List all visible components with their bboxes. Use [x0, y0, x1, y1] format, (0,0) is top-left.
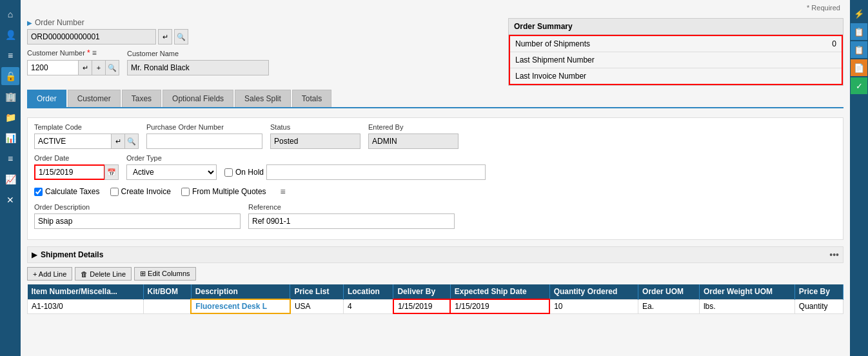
form-section-top: ▶ Order Number ↵ 🔍 Customer Number * ≡ ↵… [27, 18, 500, 81]
customer-number-add-btn[interactable]: + [92, 60, 106, 75]
right-icon-check[interactable]: ✓ [851, 77, 867, 94]
create-invoice-item: Create Invoice [110, 187, 171, 196]
shipment-section: ▶ Shipment Details ••• + Add Line 🗑 Dele… [27, 246, 843, 314]
sidebar-lock-icon[interactable]: 🔒 [1, 67, 19, 85]
template-code-input-group: ↵ 🔍 [34, 134, 139, 149]
po-number-block: Purchase Order Number [146, 123, 262, 149]
shipment-more-icon[interactable]: ••• [829, 250, 839, 260]
order-type-block: Order Type Active Quote Standing [126, 154, 217, 180]
sidebar-menu-icon[interactable]: ≡ [1, 150, 19, 168]
template-code-input[interactable] [34, 134, 112, 149]
sidebar-chart-icon[interactable]: 📊 [1, 129, 19, 147]
tab-sales-split[interactable]: Sales Split [235, 90, 291, 107]
sidebar-graph-icon[interactable]: 📈 [1, 170, 19, 188]
summary-value-shipments: 0 [832, 39, 836, 48]
order-desc-input[interactable] [34, 213, 241, 229]
customer-number-search-btn[interactable]: 🔍 [105, 60, 119, 75]
order-number-enter-btn[interactable]: ↵ [158, 29, 172, 44]
th-price-list: Price List [290, 284, 344, 299]
order-type-select[interactable]: Active Quote Standing [126, 164, 217, 180]
top-section: ▶ Order Number ↵ 🔍 Customer Number * ≡ ↵… [27, 18, 843, 86]
sidebar-building-icon[interactable]: 🏢 [1, 88, 19, 106]
sidebar-list-icon[interactable]: ≡ [1, 46, 19, 64]
shipment-header-left: ▶ Shipment Details [32, 250, 103, 259]
template-code-search-btn[interactable]: 🔍 [124, 134, 139, 149]
shipment-collapse-icon: ▶ [32, 251, 37, 259]
customer-name-block: Customer Name [127, 50, 269, 75]
status-label: Status [270, 123, 360, 131]
from-multiple-quotes-label: From Multiple Quotes [192, 187, 266, 196]
order-date-input-group: 📅 [34, 164, 119, 180]
sidebar-user-icon[interactable]: 👤 [1, 26, 19, 44]
customer-number-input-group: ↵ + 🔍 [27, 60, 119, 75]
add-line-btn[interactable]: + Add Line [27, 267, 72, 281]
cell-deliver-by[interactable]: 1/15/2019 [393, 299, 450, 313]
customer-number-block: Customer Number * ≡ ↵ + 🔍 [27, 48, 119, 75]
description-link[interactable]: Fluorescent Desk L [195, 302, 267, 311]
order-number-search-btn[interactable]: 🔍 [174, 29, 188, 44]
sidebar-home-icon[interactable]: ⌂ [1, 5, 19, 23]
summary-row-shipments: Number of Shipments 0 [510, 36, 842, 52]
customer-number-input[interactable] [27, 60, 79, 75]
entered-by-label: Entered By [368, 123, 459, 131]
order-date-input[interactable] [34, 164, 105, 180]
right-icon-doc[interactable]: 📄 [851, 59, 867, 76]
customer-name-input[interactable] [127, 60, 269, 75]
from-multiple-quotes-checkbox[interactable] [181, 188, 190, 196]
tab-taxes[interactable]: Taxes [122, 90, 161, 107]
shipment-header[interactable]: ▶ Shipment Details ••• [27, 246, 843, 263]
on-hold-checkbox[interactable] [224, 168, 233, 177]
menu-dots-icon[interactable]: ≡ [277, 185, 290, 198]
customer-name-label: Customer Name [127, 50, 269, 57]
fields-row-4: Order Description Reference [34, 203, 836, 229]
customer-row: Customer Number * ≡ ↵ + 🔍 Customer Name [27, 48, 500, 75]
th-description: Description [191, 284, 290, 299]
tab-order[interactable]: Order [27, 90, 66, 107]
table-header-row: Item Number/Miscella... Kit/BOM Descript… [28, 284, 843, 299]
cell-price-by: Quantity [794, 299, 843, 313]
cell-quantity-ordered: 10 [549, 299, 638, 313]
right-icon-lightning[interactable]: ⚡ [851, 5, 867, 22]
order-number-input[interactable] [27, 29, 156, 44]
cell-location: 4 [343, 299, 393, 313]
reference-input[interactable] [248, 213, 455, 229]
create-invoice-checkbox[interactable] [110, 188, 119, 196]
th-expected-ship-date: Expected Ship Date [450, 284, 549, 299]
tab-customer[interactable]: Customer [68, 90, 121, 107]
template-code-enter-btn[interactable]: ↵ [111, 134, 125, 149]
order-date-block: Order Date 📅 [34, 154, 119, 180]
right-icon-clipboard-1[interactable]: 📋 [851, 23, 867, 40]
order-date-calendar-btn[interactable]: 📅 [104, 164, 119, 180]
customer-number-enter-btn[interactable]: ↵ [78, 60, 92, 75]
delete-line-btn[interactable]: 🗑 Delete Line [75, 267, 132, 281]
entered-by-input [368, 134, 459, 149]
right-panel: ⚡ 📋 📋 📄 ✓ [850, 0, 868, 356]
customer-number-label: Customer Number * ≡ [27, 48, 119, 57]
template-code-block: Template Code ↵ 🔍 [34, 123, 139, 149]
required-note: * Required [27, 4, 843, 12]
cell-expected-ship-date[interactable]: 1/15/2019 [450, 299, 549, 313]
summary-label-last-invoice: Last Invoice Number [515, 72, 586, 81]
shipment-title: Shipment Details [41, 250, 103, 259]
calculate-taxes-checkbox[interactable] [34, 188, 43, 196]
cell-description[interactable]: Fluorescent Desk L [191, 299, 290, 313]
po-number-input[interactable] [146, 134, 262, 149]
order-number-label: Order Number [35, 18, 84, 27]
order-desc-block: Order Description [34, 203, 241, 229]
status-block: Status [270, 123, 360, 149]
from-multiple-quotes-item: From Multiple Quotes [181, 187, 266, 196]
reference-label: Reference [248, 203, 455, 211]
summary-label-shipments: Number of Shipments [515, 39, 590, 48]
edit-columns-btn[interactable]: ⊞ Edit Columns [134, 267, 195, 281]
create-invoice-label: Create Invoice [121, 187, 171, 196]
on-hold-text-input[interactable] [266, 164, 486, 180]
on-hold-checkbox-item: On Hold [224, 164, 486, 180]
th-kit-bom: Kit/BOM [143, 284, 191, 299]
right-icon-clipboard-2[interactable]: 📋 [851, 41, 867, 58]
th-order-uom: Order UOM [638, 284, 700, 299]
tab-optional-fields[interactable]: Optional Fields [163, 90, 233, 107]
sidebar-folder-icon[interactable]: 📁 [1, 108, 19, 126]
tab-totals[interactable]: Totals [292, 90, 331, 107]
sidebar-x-icon[interactable]: ✕ [1, 191, 19, 209]
tabs-row: Order Customer Taxes Optional Fields Sal… [27, 90, 843, 108]
